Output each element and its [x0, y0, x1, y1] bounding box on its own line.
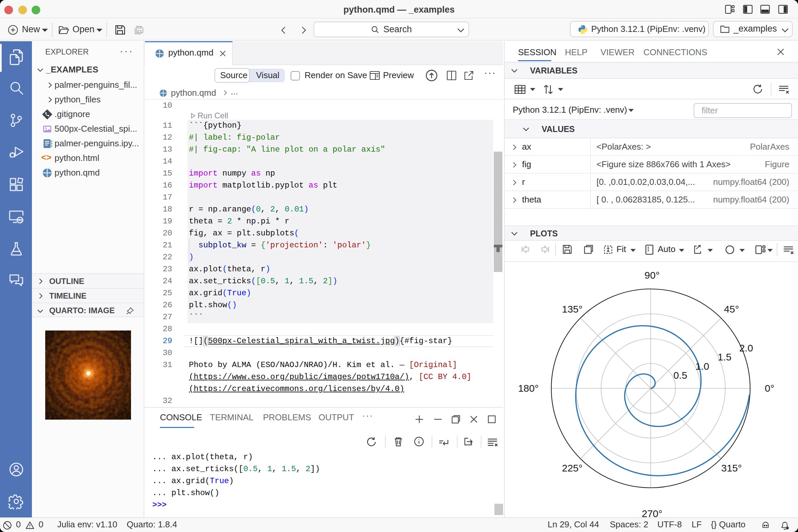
svg-text:180°: 180°: [518, 383, 539, 394]
svg-text:225°: 225°: [562, 462, 583, 474]
svg-text:45°: 45°: [724, 304, 739, 315]
svg-text:270°: 270°: [642, 508, 662, 517]
svg-text:315°: 315°: [721, 462, 742, 474]
svg-text:0.5: 0.5: [673, 370, 687, 381]
svg-text:2.0: 2.0: [739, 342, 753, 354]
svg-text:135°: 135°: [562, 304, 583, 315]
svg-text:90°: 90°: [644, 270, 659, 281]
svg-text:1.0: 1.0: [695, 361, 709, 372]
svg-text:0°: 0°: [765, 383, 774, 394]
svg-text:1.5: 1.5: [718, 352, 732, 362]
